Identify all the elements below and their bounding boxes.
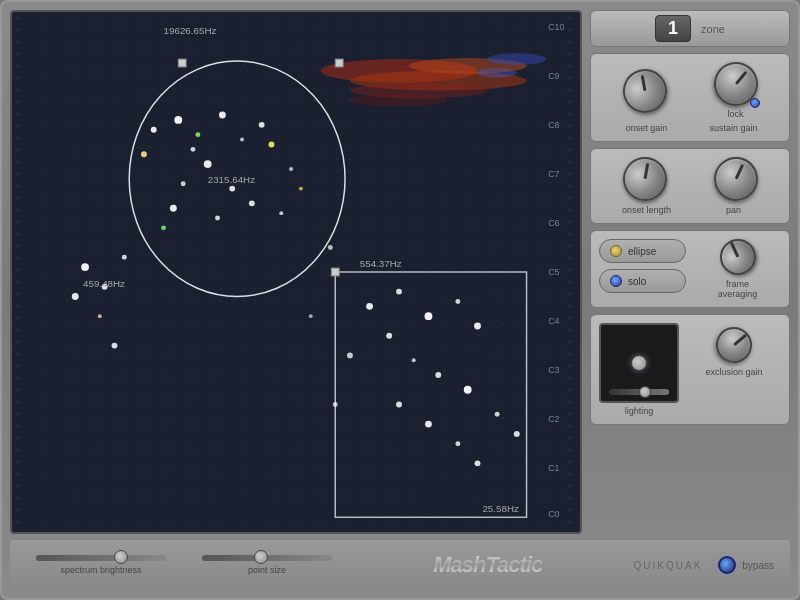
zone-header: 1 zone — [590, 10, 790, 47]
svg-point-43 — [464, 386, 472, 394]
svg-point-24 — [141, 151, 147, 157]
svg-point-33 — [98, 314, 102, 318]
zone-number: 1 — [655, 15, 691, 42]
spectrum-brightness-group: spectrum brightness — [26, 555, 176, 575]
svg-text:25.58Hz: 25.58Hz — [482, 503, 519, 514]
svg-point-23 — [279, 211, 283, 215]
svg-point-45 — [425, 421, 432, 428]
knobs-panel-mid: onset length pan — [590, 148, 790, 224]
svg-point-25 — [195, 132, 200, 137]
svg-point-7 — [350, 94, 448, 106]
svg-point-35 — [366, 303, 373, 310]
svg-point-29 — [81, 263, 89, 271]
onset-length-knob[interactable] — [619, 154, 670, 205]
exclusion-gain-group: exclusion gain — [687, 327, 781, 416]
point-size-slider[interactable] — [202, 555, 332, 561]
svg-point-28 — [299, 187, 303, 191]
svg-point-16 — [259, 122, 265, 128]
lighting-box[interactable] — [599, 323, 679, 403]
svg-point-49 — [514, 431, 520, 437]
solo-button[interactable]: solo — [599, 269, 686, 293]
onset-length-label: onset length — [612, 205, 682, 215]
lighting-slider[interactable] — [609, 389, 669, 395]
knob-row-top: lock — [599, 62, 781, 119]
svg-point-52 — [347, 352, 353, 358]
ellipse-label: ellipse — [628, 246, 656, 257]
exclusion-gain-knob[interactable] — [709, 320, 758, 369]
top-area: C10 C9 C8 C7 C6 C5 C4 C3 C2 C1 C0 19626.… — [10, 10, 790, 534]
svg-text:C1: C1 — [548, 463, 559, 473]
frame-averaging-group: frame averaging — [694, 239, 781, 299]
bypass-label: bypass — [742, 560, 774, 571]
svg-point-17 — [181, 181, 186, 186]
svg-point-11 — [174, 116, 182, 124]
onset-gain-label: onset gain — [612, 123, 682, 133]
button-column: ellipse solo — [599, 239, 686, 299]
svg-point-31 — [122, 255, 127, 260]
brand-name: MashTactic — [433, 552, 542, 577]
point-size-group: point size — [192, 555, 342, 575]
lighting-slider-thumb[interactable] — [639, 386, 651, 398]
svg-point-27 — [161, 225, 166, 230]
svg-text:C3: C3 — [548, 365, 559, 375]
svg-text:C6: C6 — [548, 218, 559, 228]
svg-text:C9: C9 — [548, 71, 559, 81]
right-panel: 1 zone lock — [590, 10, 790, 534]
knob-label-row-top: onset gain sustain gain — [599, 123, 781, 133]
spectrum-brightness-label: spectrum brightness — [60, 565, 141, 575]
svg-point-50 — [328, 245, 333, 250]
svg-point-34 — [112, 343, 118, 349]
svg-point-26 — [269, 142, 275, 148]
svg-point-47 — [475, 460, 481, 466]
svg-point-48 — [495, 412, 500, 417]
svg-text:C2: C2 — [548, 414, 559, 424]
svg-point-20 — [170, 205, 177, 212]
knobs-panel-top: lock onset gain sustain gain — [590, 53, 790, 142]
bypass-dot — [718, 556, 736, 574]
onset-length-group — [623, 157, 667, 201]
onset-gain-knob[interactable] — [614, 60, 674, 120]
svg-point-21 — [215, 216, 220, 221]
point-size-thumb[interactable] — [254, 550, 268, 564]
ellipse-dot — [610, 245, 622, 257]
svg-point-51 — [309, 314, 313, 318]
frame-averaging-knob[interactable] — [712, 232, 763, 283]
bypass-button[interactable]: bypass — [718, 556, 774, 574]
spectrum-brightness-slider[interactable] — [36, 555, 166, 561]
spectrum-brightness-thumb[interactable] — [114, 550, 128, 564]
svg-point-32 — [72, 293, 79, 300]
onset-gain-group — [623, 69, 667, 113]
buttons-panel: ellipse solo frame averaging — [590, 230, 790, 308]
spectrum-display[interactable]: C10 C9 C8 C7 C6 C5 C4 C3 C2 C1 C0 19626.… — [10, 10, 582, 534]
svg-point-44 — [396, 402, 402, 408]
ellipse-button[interactable]: ellipse — [599, 239, 686, 263]
exclusion-gain-label: exclusion gain — [699, 367, 769, 377]
svg-text:554.37Hz: 554.37Hz — [360, 258, 402, 269]
brand-area: MashTactic — [358, 552, 618, 578]
svg-point-15 — [204, 160, 212, 168]
svg-point-14 — [240, 138, 244, 142]
svg-point-37 — [425, 312, 433, 320]
svg-point-12 — [191, 147, 196, 152]
knob-row-mid — [599, 157, 781, 201]
lighting-label: lighting — [625, 406, 654, 416]
pan-label: pan — [699, 205, 769, 215]
svg-point-46 — [455, 441, 460, 446]
svg-point-8 — [487, 53, 546, 65]
svg-point-19 — [289, 167, 293, 171]
pan-knob[interactable] — [712, 155, 760, 203]
sustain-gain-label: sustain gain — [699, 123, 769, 133]
bottom-bar: spectrum brightness point size MashTacti… — [10, 540, 790, 590]
lock-indicator — [750, 98, 760, 108]
svg-text:C4: C4 — [548, 316, 559, 326]
frame-averaging-label: frame averaging — [708, 279, 768, 299]
knob-label-row-mid: onset length pan — [599, 205, 781, 215]
svg-text:C0: C0 — [548, 509, 559, 519]
svg-point-18 — [229, 186, 235, 192]
svg-point-42 — [435, 372, 441, 378]
svg-point-10 — [151, 127, 157, 133]
zone-label: zone — [701, 23, 725, 35]
pan-group — [714, 157, 758, 201]
quikquak-label: QUIKQUAK — [634, 560, 703, 571]
point-size-label: point size — [248, 565, 286, 575]
